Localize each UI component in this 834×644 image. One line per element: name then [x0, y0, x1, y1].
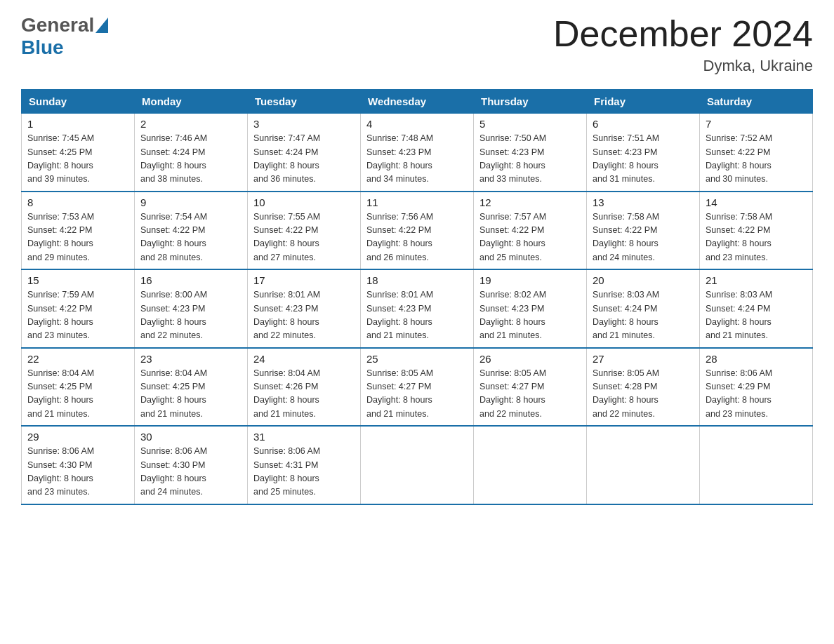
day-number: 28	[706, 353, 807, 365]
calendar-cell: 10Sunrise: 7:55 AMSunset: 4:22 PMDayligh…	[248, 192, 361, 270]
page-header: General Blue December 2024 Dymka, Ukrain…	[21, 14, 813, 75]
calendar-cell: 5Sunrise: 7:50 AMSunset: 4:23 PMDaylight…	[474, 114, 587, 192]
calendar-cell: 11Sunrise: 7:56 AMSunset: 4:22 PMDayligh…	[361, 192, 474, 270]
day-number: 24	[253, 353, 355, 365]
calendar-cell: 28Sunrise: 8:06 AMSunset: 4:29 PMDayligh…	[700, 348, 813, 427]
day-number: 6	[593, 118, 694, 130]
day-number: 22	[27, 353, 128, 365]
logo-general-text: General	[21, 14, 94, 36]
day-info: Sunrise: 8:06 AMSunset: 4:30 PMDaylight:…	[140, 445, 241, 499]
calendar-cell: 26Sunrise: 8:05 AMSunset: 4:27 PMDayligh…	[474, 348, 587, 427]
day-info: Sunrise: 7:56 AMSunset: 4:22 PMDaylight:…	[366, 210, 468, 265]
day-info: Sunrise: 7:55 AMSunset: 4:22 PMDaylight:…	[253, 210, 355, 265]
day-info: Sunrise: 7:52 AMSunset: 4:22 PMDaylight:…	[706, 132, 807, 187]
calendar-cell: 17Sunrise: 8:01 AMSunset: 4:23 PMDayligh…	[248, 269, 361, 348]
day-info: Sunrise: 8:06 AMSunset: 4:29 PMDaylight:…	[706, 367, 807, 422]
day-info: Sunrise: 8:04 AMSunset: 4:25 PMDaylight:…	[27, 367, 128, 422]
calendar-cell: 31Sunrise: 8:06 AMSunset: 4:31 PMDayligh…	[248, 426, 361, 504]
day-info: Sunrise: 8:05 AMSunset: 4:28 PMDaylight:…	[593, 367, 694, 422]
calendar-cell: 8Sunrise: 7:53 AMSunset: 4:22 PMDaylight…	[22, 192, 135, 270]
day-number: 15	[27, 274, 128, 286]
calendar-table: SundayMondayTuesdayWednesdayThursdayFrid…	[21, 89, 813, 505]
day-info: Sunrise: 7:50 AMSunset: 4:23 PMDaylight:…	[479, 132, 581, 187]
calendar-cell: 27Sunrise: 8:05 AMSunset: 4:28 PMDayligh…	[587, 348, 700, 427]
calendar-cell: 29Sunrise: 8:06 AMSunset: 4:30 PMDayligh…	[22, 426, 135, 504]
calendar-cell	[361, 426, 474, 504]
day-number: 26	[479, 353, 581, 365]
calendar-cell	[474, 426, 587, 504]
day-info: Sunrise: 7:59 AMSunset: 4:22 PMDaylight:…	[27, 288, 128, 343]
calendar-cell: 9Sunrise: 7:54 AMSunset: 4:22 PMDaylight…	[135, 192, 248, 270]
header-day-tuesday: Tuesday	[248, 90, 361, 114]
day-info: Sunrise: 7:46 AMSunset: 4:24 PMDaylight:…	[140, 132, 241, 187]
calendar-title: December 2024	[553, 14, 813, 54]
day-number: 18	[366, 274, 468, 286]
day-info: Sunrise: 8:03 AMSunset: 4:24 PMDaylight:…	[593, 288, 694, 343]
header-day-monday: Monday	[135, 90, 248, 114]
day-number: 4	[366, 118, 468, 130]
week-row-4: 22Sunrise: 8:04 AMSunset: 4:25 PMDayligh…	[22, 348, 813, 427]
week-row-3: 15Sunrise: 7:59 AMSunset: 4:22 PMDayligh…	[22, 269, 813, 348]
calendar-location: Dymka, Ukraine	[553, 57, 813, 75]
svg-marker-0	[95, 18, 108, 33]
day-info: Sunrise: 8:03 AMSunset: 4:24 PMDaylight:…	[706, 288, 807, 343]
calendar-cell: 24Sunrise: 8:04 AMSunset: 4:26 PMDayligh…	[248, 348, 361, 427]
day-number: 20	[593, 274, 694, 286]
calendar-cell: 18Sunrise: 8:01 AMSunset: 4:23 PMDayligh…	[361, 269, 474, 348]
day-number: 12	[479, 196, 581, 208]
calendar-body: 1Sunrise: 7:45 AMSunset: 4:25 PMDaylight…	[22, 114, 813, 504]
calendar-cell: 21Sunrise: 8:03 AMSunset: 4:24 PMDayligh…	[700, 269, 813, 348]
day-number: 14	[706, 196, 807, 208]
header-row: SundayMondayTuesdayWednesdayThursdayFrid…	[22, 90, 813, 114]
day-info: Sunrise: 7:51 AMSunset: 4:23 PMDaylight:…	[593, 132, 694, 187]
logo-triangle-icon	[95, 18, 108, 33]
day-info: Sunrise: 7:54 AMSunset: 4:22 PMDaylight:…	[140, 210, 241, 265]
day-info: Sunrise: 8:06 AMSunset: 4:31 PMDaylight:…	[253, 445, 355, 499]
day-number: 5	[479, 118, 581, 130]
calendar-cell: 12Sunrise: 7:57 AMSunset: 4:22 PMDayligh…	[474, 192, 587, 270]
day-info: Sunrise: 7:57 AMSunset: 4:22 PMDaylight:…	[479, 210, 581, 265]
day-number: 8	[27, 196, 128, 208]
calendar-cell: 7Sunrise: 7:52 AMSunset: 4:22 PMDaylight…	[700, 114, 813, 192]
day-number: 10	[253, 196, 355, 208]
day-number: 17	[253, 274, 355, 286]
day-info: Sunrise: 8:06 AMSunset: 4:30 PMDaylight:…	[27, 445, 128, 499]
calendar-cell: 2Sunrise: 7:46 AMSunset: 4:24 PMDaylight…	[135, 114, 248, 192]
title-section: December 2024 Dymka, Ukraine	[553, 14, 813, 75]
day-number: 7	[706, 118, 807, 130]
day-number: 1	[27, 118, 128, 130]
calendar-cell: 13Sunrise: 7:58 AMSunset: 4:22 PMDayligh…	[587, 192, 700, 270]
day-info: Sunrise: 8:00 AMSunset: 4:23 PMDaylight:…	[140, 288, 241, 343]
day-info: Sunrise: 8:04 AMSunset: 4:25 PMDaylight:…	[140, 367, 241, 422]
day-info: Sunrise: 8:01 AMSunset: 4:23 PMDaylight:…	[253, 288, 355, 343]
day-info: Sunrise: 8:02 AMSunset: 4:23 PMDaylight:…	[479, 288, 581, 343]
week-row-1: 1Sunrise: 7:45 AMSunset: 4:25 PMDaylight…	[22, 114, 813, 192]
day-number: 27	[593, 353, 694, 365]
day-number: 31	[253, 431, 355, 443]
day-number: 3	[253, 118, 355, 130]
calendar-cell: 25Sunrise: 8:05 AMSunset: 4:27 PMDayligh…	[361, 348, 474, 427]
header-day-sunday: Sunday	[22, 90, 135, 114]
day-number: 21	[706, 274, 807, 286]
calendar-cell: 6Sunrise: 7:51 AMSunset: 4:23 PMDaylight…	[587, 114, 700, 192]
day-number: 30	[140, 431, 241, 443]
day-info: Sunrise: 8:04 AMSunset: 4:26 PMDaylight:…	[253, 367, 355, 422]
day-info: Sunrise: 7:48 AMSunset: 4:23 PMDaylight:…	[366, 132, 468, 187]
header-day-saturday: Saturday	[700, 90, 813, 114]
day-number: 16	[140, 274, 241, 286]
day-info: Sunrise: 8:05 AMSunset: 4:27 PMDaylight:…	[366, 367, 468, 422]
calendar-cell: 3Sunrise: 7:47 AMSunset: 4:24 PMDaylight…	[248, 114, 361, 192]
logo: General Blue	[21, 14, 108, 59]
day-number: 9	[140, 196, 241, 208]
calendar-cell: 22Sunrise: 8:04 AMSunset: 4:25 PMDayligh…	[22, 348, 135, 427]
calendar-cell: 15Sunrise: 7:59 AMSunset: 4:22 PMDayligh…	[22, 269, 135, 348]
calendar-cell: 19Sunrise: 8:02 AMSunset: 4:23 PMDayligh…	[474, 269, 587, 348]
day-number: 25	[366, 353, 468, 365]
day-number: 19	[479, 274, 581, 286]
header-day-friday: Friday	[587, 90, 700, 114]
day-info: Sunrise: 7:53 AMSunset: 4:22 PMDaylight:…	[27, 210, 128, 265]
day-number: 29	[27, 431, 128, 443]
calendar-cell: 20Sunrise: 8:03 AMSunset: 4:24 PMDayligh…	[587, 269, 700, 348]
day-info: Sunrise: 7:47 AMSunset: 4:24 PMDaylight:…	[253, 132, 355, 187]
day-number: 2	[140, 118, 241, 130]
